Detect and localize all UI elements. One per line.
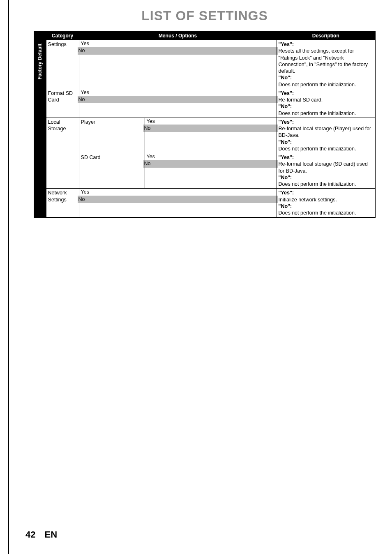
- cell-submenu: SD Card: [79, 153, 145, 189]
- desc-no-text: Does not perform the initialization.: [279, 181, 356, 187]
- desc-no-label: "No":: [279, 104, 292, 109]
- table-row: Network Settings Yes No "Yes": Initializ…: [34, 189, 375, 218]
- desc-yes-label: "Yes":: [279, 155, 294, 160]
- desc-no-label: "No":: [279, 139, 292, 145]
- table-header-row: Category Menus / Options Description: [34, 31, 375, 40]
- page-title: LIST OF SETTINGS: [34, 8, 376, 23]
- desc-no-label: "No":: [279, 75, 292, 81]
- cell-description: "Yes": Resets all the settings, except f…: [277, 40, 375, 89]
- cell-options: Yes No: [145, 118, 277, 153]
- desc-no-text: Does not perform the initialization.: [279, 146, 356, 152]
- cell-category: Format SD Card: [46, 89, 79, 118]
- page-number: 42: [25, 529, 35, 540]
- option-yes: Yes: [145, 118, 277, 125]
- side-tab-label: Factory Default: [36, 41, 44, 82]
- table-row: Factory Default Settings Yes No "Yes": R…: [34, 40, 375, 89]
- cell-category: Network Settings: [46, 189, 79, 218]
- th-blank: [34, 31, 46, 40]
- page-footer: 42 EN: [25, 529, 57, 540]
- desc-yes-text: Re-format SD card.: [279, 97, 323, 103]
- option-no: No: [143, 160, 278, 167]
- desc-yes-text: Re-format local storage (SD card) used f…: [279, 161, 368, 173]
- cell-options: Yes No: [79, 89, 277, 118]
- option-no: No: [78, 47, 278, 54]
- cell-description: "Yes": Re-format local storage (Player) …: [277, 118, 375, 153]
- option-no: No: [143, 125, 278, 132]
- cell-description: "Yes": Initialize network settings. "No"…: [277, 189, 375, 218]
- page-lang: EN: [45, 529, 58, 540]
- table-row: Local Storage Player Yes No "Yes": Re-fo…: [34, 118, 375, 153]
- desc-yes-label: "Yes":: [279, 119, 294, 125]
- th-category: Category: [46, 31, 79, 40]
- desc-no-text: Does not perform the initialization.: [279, 111, 356, 116]
- desc-yes-label: "Yes":: [279, 190, 294, 196]
- desc-no-text: Does not perform the initialization.: [279, 210, 356, 216]
- option-yes: Yes: [79, 189, 277, 195]
- desc-yes-text: Resets all the settings, except for "Rat…: [279, 48, 368, 74]
- page-container: LIST OF SETTINGS Category Menus / Option…: [8, 0, 392, 554]
- desc-no-label: "No":: [279, 203, 292, 209]
- cell-description: "Yes": Re-format SD card. "No": Does not…: [277, 89, 375, 118]
- option-yes: Yes: [79, 89, 277, 96]
- cell-category: Settings: [46, 40, 79, 89]
- settings-table: Category Menus / Options Description Fac…: [34, 31, 376, 218]
- cell-options: Yes No: [79, 40, 277, 89]
- option-no: No: [78, 196, 278, 203]
- option-no: No: [78, 96, 278, 103]
- desc-yes-text: Initialize network settings.: [279, 197, 337, 203]
- cell-category: Local Storage: [46, 118, 79, 189]
- desc-yes-label: "Yes":: [279, 90, 294, 96]
- side-tab: Factory Default: [34, 40, 46, 218]
- option-yes: Yes: [145, 153, 277, 160]
- cell-options: Yes No: [79, 189, 277, 218]
- cell-description: "Yes": Re-format local storage (SD card)…: [277, 153, 375, 189]
- cell-options: Yes No: [145, 153, 277, 189]
- desc-no-label: "No":: [279, 175, 292, 180]
- table-row: Format SD Card Yes No "Yes": Re-format S…: [34, 89, 375, 118]
- table-row: SD Card Yes No "Yes": Re-format local st…: [34, 153, 375, 189]
- desc-no-text: Does not perform the initialization.: [279, 82, 356, 88]
- option-yes: Yes: [79, 40, 277, 47]
- th-description: Description: [277, 31, 375, 40]
- cell-submenu: Player: [79, 118, 145, 153]
- desc-yes-text: Re-format local storage (Player) used fo…: [279, 126, 371, 138]
- desc-yes-label: "Yes":: [279, 42, 294, 47]
- th-menus: Menus / Options: [79, 31, 277, 40]
